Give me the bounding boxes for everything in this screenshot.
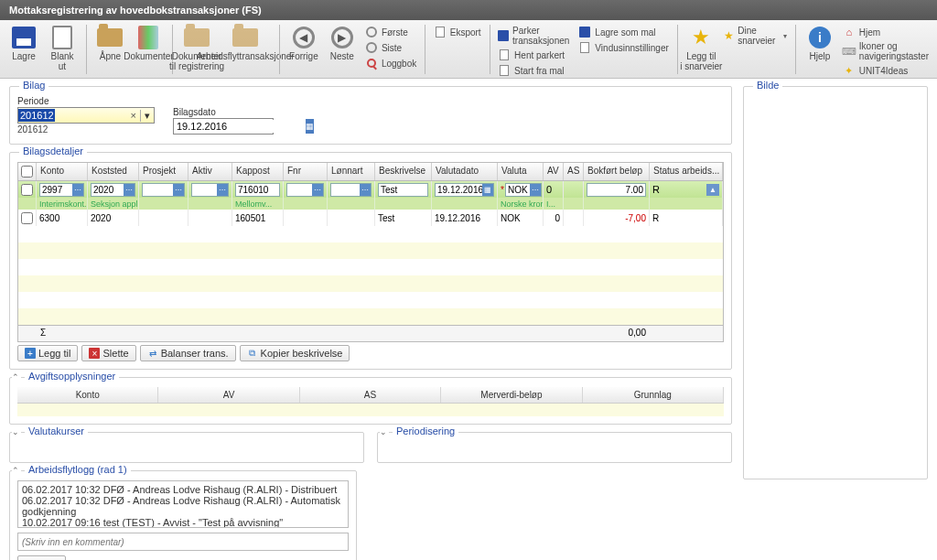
details-legend: Bilagsdetaljer xyxy=(19,145,87,156)
calendar-icon[interactable]: ▦ xyxy=(306,119,314,134)
park-button[interactable]: Parker transaksjonen xyxy=(495,25,574,47)
clear-button[interactable]: Blank ut xyxy=(44,23,81,73)
periode-input[interactable]: × ▾ xyxy=(17,107,155,124)
periode-field[interactable] xyxy=(18,109,55,122)
bilagsdato-input[interactable]: ▦ xyxy=(173,118,274,135)
bilagsdato-field[interactable] xyxy=(174,120,306,133)
lookup-icon[interactable]: ⋯ xyxy=(530,184,541,196)
start-template-button[interactable]: Start fra mal xyxy=(495,63,574,78)
disk-small-icon xyxy=(498,29,509,42)
lookup-icon[interactable]: ⋯ xyxy=(217,184,228,196)
collapse-icon[interactable]: ⌃ xyxy=(12,466,21,475)
col-prosjekt[interactable]: Prosjekt xyxy=(139,163,188,180)
lookup-icon[interactable]: ⋯ xyxy=(173,184,184,196)
collapse-icon[interactable]: ⌄ xyxy=(380,427,389,436)
calendar-icon[interactable]: ▦ xyxy=(482,184,493,196)
blank-icon xyxy=(49,25,75,50)
valutakurser-panel: ⌄ Valutakurser xyxy=(9,432,364,463)
details-panel: Bilagsdetaljer Konto Koststed Prosjekt A… xyxy=(9,152,732,370)
periode-hint: 201612 xyxy=(17,124,155,135)
lookup-icon[interactable]: ⋯ xyxy=(72,184,83,196)
col-koststed[interactable]: Koststed xyxy=(88,163,139,180)
avgift-col-as: AS xyxy=(300,387,441,403)
col-konto[interactable]: Konto xyxy=(37,163,88,180)
first-icon xyxy=(365,26,378,38)
col-bokfort[interactable]: Bokført beløp xyxy=(584,163,650,180)
collapse-icon[interactable]: ⌃ xyxy=(12,372,21,382)
export-button[interactable]: Eksport xyxy=(431,25,484,39)
grid-footer: Σ 0,00 xyxy=(18,325,723,341)
unit4ideas-link[interactable]: ✦UNIT4Ideas xyxy=(840,63,932,78)
disk-icon xyxy=(11,25,37,50)
previous-button[interactable]: ◀ Forrige xyxy=(285,23,322,63)
folder-small-icon xyxy=(498,48,511,61)
periodisering-panel: ⌄ Periodisering xyxy=(377,432,732,463)
arrow-up-icon[interactable]: ▲ xyxy=(706,184,719,196)
col-av[interactable]: AV xyxy=(544,163,564,180)
table-row-sublabel: Interimskont... Seksjon appli... Mellomv… xyxy=(18,198,723,210)
folder-open-icon xyxy=(97,25,123,50)
col-beskrivelse[interactable]: Beskrivelse xyxy=(375,163,432,180)
col-fnr[interactable]: Fnr xyxy=(284,163,328,180)
logbook-button[interactable]: Loggbok xyxy=(362,56,419,70)
avgift-col-av: AV xyxy=(158,387,299,403)
add-row-button[interactable]: +Legg til xyxy=(17,345,78,361)
last-button[interactable]: Siste xyxy=(362,40,419,55)
save-button[interactable]: Lagre xyxy=(5,23,42,63)
lookup-icon[interactable]: ⋯ xyxy=(360,184,371,196)
col-valutadato[interactable]: Valutadato xyxy=(432,163,498,180)
lookup-icon[interactable]: ⋯ xyxy=(124,184,135,196)
your-shortcuts-button[interactable]: ★Dine snarveier▾ xyxy=(721,25,790,47)
copy-log-button[interactable]: ⧉Kopi xyxy=(17,555,66,560)
col-aktiv[interactable]: Aktiv xyxy=(188,163,232,180)
bilag-legend: Bilag xyxy=(19,80,48,91)
folder-icon xyxy=(232,25,258,50)
save-template-button[interactable]: Lagre som mal xyxy=(576,25,671,39)
total-value: 0,00 xyxy=(584,326,650,341)
grid-header: Konto Koststed Prosjekt Aktiv Kappost Fn… xyxy=(18,163,723,181)
help-button[interactable]: i Hjelp xyxy=(802,23,838,63)
first-button[interactable]: Første xyxy=(362,25,419,39)
plus-icon: + xyxy=(25,348,36,359)
documents-register-button[interactable]: Dokumenter til registrering xyxy=(178,23,215,73)
select-all-checkbox[interactable] xyxy=(21,166,33,178)
icons-help-link[interactable]: ⌨Ikoner og navigeringstaster xyxy=(840,40,932,62)
col-status[interactable]: Status arbeids... xyxy=(650,163,723,180)
window-titlebar: Mottaksregistrering av hovedbokstransaks… xyxy=(0,0,937,20)
home-link[interactable]: ⌂Hjem xyxy=(840,25,932,39)
bilde-legend: Bilde xyxy=(753,80,782,91)
disk-small-icon xyxy=(578,26,591,38)
grid-body: 2997⋯ 2020⋯ ⋯ ⋯ 716010 ⋯ ⋯ Test 19.12.20… xyxy=(18,181,723,325)
col-kappost[interactable]: Kappost xyxy=(232,163,284,180)
avgift-col-merverdi: Merverdi-beløp xyxy=(441,387,582,403)
delete-row-button[interactable]: ×Slette xyxy=(81,345,135,361)
star-plus-icon: ★ xyxy=(688,25,714,50)
log-textarea[interactable]: 06.02.2017 10:32 DFØ - Andreas Lodve Ris… xyxy=(17,480,349,528)
doc-small-icon xyxy=(498,64,511,77)
copy-description-button[interactable]: ⧉Kopier beskrivelse xyxy=(240,345,350,361)
next-button[interactable]: ▶ Neste xyxy=(324,23,361,63)
workflow-button[interactable]: Arbeidsflyttransaksjoner xyxy=(217,23,274,63)
bulb-icon: ✦ xyxy=(843,64,856,77)
x-icon: × xyxy=(89,348,100,359)
comment-input[interactable] xyxy=(17,533,349,551)
row-checkbox[interactable] xyxy=(21,212,33,224)
col-as[interactable]: AS xyxy=(564,163,584,180)
periode-clear-icon[interactable]: × xyxy=(127,110,140,121)
lookup-icon[interactable]: ⋯ xyxy=(312,184,323,196)
chevron-down-icon[interactable]: ▾ xyxy=(140,110,154,122)
info-icon: i xyxy=(807,25,833,50)
balance-button[interactable]: ⇄Balanser trans. xyxy=(140,345,236,361)
documents-button[interactable]: Dokumenter xyxy=(130,23,167,63)
window-settings-button[interactable]: Vindusinnstillinger xyxy=(576,40,671,55)
row-checkbox[interactable] xyxy=(21,184,33,196)
add-shortcut-button[interactable]: ★ Legg til i snarveier xyxy=(683,23,719,73)
table-row[interactable]: 6300 2020 160501 Test 19.12.2016 NOK 0 -… xyxy=(18,210,723,226)
table-row[interactable]: 2997⋯ 2020⋯ ⋯ ⋯ 716010 ⋯ ⋯ Test 19.12.20… xyxy=(18,181,723,198)
main-toolbar: Lagre Blank ut Åpne Dokumenter Dokumente… xyxy=(0,20,937,79)
col-valuta[interactable]: Valuta xyxy=(498,163,544,180)
bilagsdato-label: Bilagsdato xyxy=(173,107,274,117)
collapse-icon[interactable]: ⌄ xyxy=(12,427,21,436)
fetch-parked-button[interactable]: Hent parkert xyxy=(495,48,574,62)
col-lonnart[interactable]: Lønnart xyxy=(328,163,375,180)
